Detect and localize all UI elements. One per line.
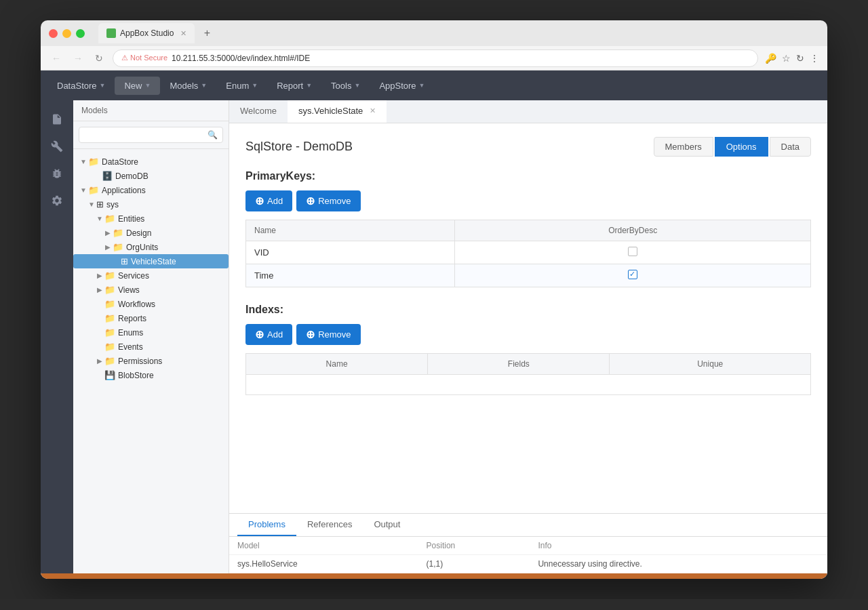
- tab-close-button[interactable]: ✕: [180, 29, 186, 38]
- bottom-tab-problems[interactable]: Problems: [237, 514, 296, 536]
- tab-welcome-label: Welcome: [240, 106, 277, 116]
- primary-keys-title: PrimaryKeys:: [245, 170, 811, 182]
- problems-col-position: Position: [418, 537, 530, 555]
- idx-add-button[interactable]: ⊕ Add: [245, 324, 292, 345]
- address-bar[interactable]: ⚠ Not Secure 10.211.55.3:5000/dev/index.…: [113, 49, 758, 67]
- pk-row-name-vid: VID: [246, 241, 455, 264]
- tab-title: AppBox Studio: [120, 28, 174, 38]
- tree-item-services[interactable]: ▶ 📁 Services: [73, 268, 229, 283]
- btn-tab-data[interactable]: Data: [770, 137, 811, 157]
- idx-remove-button[interactable]: ⊕ Remove: [296, 324, 360, 345]
- reload-button[interactable]: ↻: [92, 50, 106, 66]
- toggle-permissions: ▶: [95, 357, 104, 365]
- pk-row-order-time: [455, 264, 811, 287]
- remove-icon: ⊕: [306, 328, 315, 341]
- tab-vehiclestate-close[interactable]: ✕: [370, 106, 376, 115]
- folder-icon: 📁: [104, 342, 115, 352]
- tree-content: ▼ 📁 DataStore 🗄️ DemoDB ▼ 📁 Applications: [73, 149, 229, 573]
- toggle-views: ▶: [95, 286, 104, 293]
- tree-item-workflows[interactable]: 📁 Workflows: [73, 297, 229, 311]
- idx-col-unique: Unique: [610, 354, 811, 375]
- menu-item-report[interactable]: Report ▼: [267, 77, 321, 95]
- maximize-button[interactable]: [76, 29, 85, 38]
- browser-titlebar: AppBox Studio ✕ +: [41, 20, 827, 46]
- folder-icon: 📁: [113, 242, 123, 252]
- checkbox-unchecked[interactable]: [628, 247, 637, 256]
- tree-label-orgunits: OrgUnits: [126, 243, 223, 252]
- tree-item-views[interactable]: ▶ 📁 Views: [73, 283, 229, 297]
- menu-arrow-models: ▼: [201, 82, 207, 89]
- menu-item-datastore[interactable]: DataStore ▼: [47, 77, 115, 95]
- tree-label-sys: sys: [106, 200, 223, 209]
- minimize-button[interactable]: [62, 29, 71, 38]
- search-box: 🔍: [73, 121, 229, 149]
- pk-row-name-time: Time: [246, 264, 455, 287]
- bottom-tab-output[interactable]: Output: [363, 514, 411, 536]
- menu-label-appstore: AppStore: [379, 81, 416, 91]
- menu-item-enum[interactable]: Enum ▼: [216, 77, 267, 95]
- menu-label-datastore: DataStore: [57, 81, 97, 91]
- tab-vehiclestate[interactable]: sys.VehicleState ✕: [288, 100, 387, 123]
- tree-item-demodb[interactable]: 🗄️ DemoDB: [73, 169, 229, 183]
- close-button[interactable]: [49, 29, 58, 38]
- checkbox-checked[interactable]: [628, 270, 637, 279]
- menu-item-models[interactable]: Models ▼: [160, 77, 216, 95]
- forward-button[interactable]: →: [71, 50, 85, 66]
- panel-title: SqlStore - DemoDB: [245, 140, 353, 154]
- sidebar-icon-settings[interactable]: [45, 188, 69, 213]
- bookmark-icon[interactable]: ☆: [782, 53, 791, 64]
- menu-bar: DataStore ▼ New ▼ Models ▼ Enum ▼ Report…: [41, 70, 827, 100]
- add-icon: ⊕: [255, 328, 264, 341]
- idx-add-label: Add: [267, 329, 283, 340]
- app-container: DataStore ▼ New ▼ Models ▼ Enum ▼ Report…: [41, 70, 827, 579]
- folder-icon: 📁: [104, 285, 115, 295]
- menu-arrow-report: ▼: [306, 82, 312, 89]
- pk-remove-button[interactable]: ⊕ Remove: [296, 190, 360, 211]
- add-icon: ⊕: [255, 195, 264, 207]
- pk-add-button[interactable]: ⊕ Add: [245, 190, 292, 211]
- content-tabs-row: Welcome sys.VehicleState ✕: [229, 100, 827, 123]
- tree-item-blobstore[interactable]: 💾 BlobStore: [73, 368, 229, 382]
- tree-breadcrumb: Models: [73, 100, 229, 121]
- folder-icon: 📁: [113, 228, 123, 238]
- problems-position: (1,1): [418, 555, 530, 573]
- more-options-icon[interactable]: ⋮: [810, 53, 819, 64]
- back-button[interactable]: ←: [49, 50, 64, 66]
- blob-icon: 💾: [104, 370, 115, 380]
- bottom-tab-references[interactable]: References: [296, 514, 363, 536]
- tree-item-sys[interactable]: ▼ ⊞ sys: [73, 197, 229, 211]
- tree-item-reports[interactable]: 📁 Reports: [73, 311, 229, 325]
- pk-row-order-vid: [455, 241, 811, 264]
- problems-col-model: Model: [229, 537, 418, 555]
- search-input[interactable]: [79, 127, 223, 143]
- tree-item-datastore[interactable]: ▼ 📁 DataStore: [73, 155, 229, 169]
- menu-item-tools[interactable]: Tools ▼: [321, 77, 370, 95]
- sidebar-icon-file[interactable]: [45, 107, 69, 131]
- tree-label-design: Design: [126, 228, 223, 238]
- browser-tab[interactable]: AppBox Studio ✕: [98, 23, 195, 43]
- tree-item-orgunits[interactable]: ▶ 📁 OrgUnits: [73, 240, 229, 254]
- tree-item-design[interactable]: ▶ 📁 Design: [73, 226, 229, 240]
- refresh-icon[interactable]: ↻: [796, 53, 804, 64]
- tree-item-enums[interactable]: 📁 Enums: [73, 325, 229, 340]
- tab-welcome[interactable]: Welcome: [229, 100, 288, 123]
- menu-arrow-enum: ▼: [252, 82, 258, 89]
- new-tab-button[interactable]: +: [199, 25, 215, 41]
- menu-item-new[interactable]: New ▼: [115, 77, 160, 95]
- menu-label-models: Models: [170, 81, 198, 91]
- btn-tab-members[interactable]: Members: [654, 137, 713, 157]
- tree-item-entities[interactable]: ▼ 📁 Entities: [73, 211, 229, 226]
- menu-item-appstore[interactable]: AppStore ▼: [370, 77, 434, 95]
- sidebar-icon-bug[interactable]: [45, 161, 69, 186]
- toggle-design: ▶: [103, 229, 113, 237]
- idx-remove-label: Remove: [318, 329, 351, 340]
- tree-label-events: Events: [118, 342, 223, 352]
- sidebar-icon-wrench[interactable]: [45, 134, 69, 159]
- tree-item-vehiclestate[interactable]: ⊞ VehicleState: [73, 254, 229, 268]
- menu-arrow-datastore: ▼: [100, 82, 106, 89]
- tree-item-applications[interactable]: ▼ 📁 Applications: [73, 183, 229, 197]
- tree-item-events[interactable]: 📁 Events: [73, 340, 229, 354]
- btn-tab-options[interactable]: Options: [715, 137, 768, 157]
- browser-addressbar: ← → ↻ ⚠ Not Secure 10.211.55.3:5000/dev/…: [41, 46, 827, 70]
- tree-item-permissions[interactable]: ▶ 📁 Permissions: [73, 354, 229, 368]
